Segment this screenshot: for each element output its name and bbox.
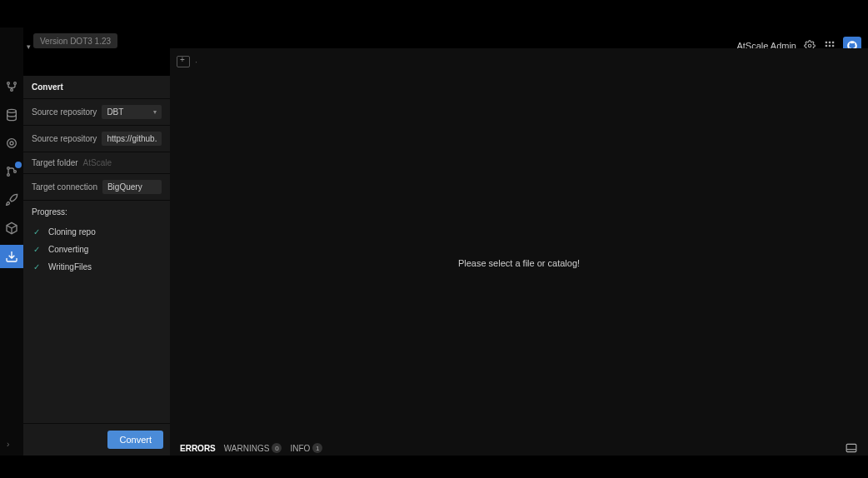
window-chrome-bottom	[0, 456, 868, 478]
source-repo-url-row: Source repository	[23, 126, 170, 152]
progress-item: ✓ WritingFiles	[32, 258, 162, 276]
warnings-tab[interactable]: WARNINGS 0	[224, 443, 282, 453]
svg-point-8	[14, 82, 17, 85]
chevron-down-icon: ▾	[153, 108, 157, 116]
empty-state: Please select a file or catalog!	[170, 70, 868, 456]
info-tab[interactable]: INFO 1	[290, 443, 322, 453]
target-folder-placeholder[interactable]: AtScale	[83, 158, 112, 167]
window-chrome-top	[0, 0, 868, 27]
nav-git-badge	[15, 162, 22, 168]
svg-rect-16	[846, 444, 856, 451]
panel-toggle-icon[interactable]	[845, 441, 858, 455]
nav-import-icon[interactable]	[0, 245, 23, 268]
new-tab-button[interactable]	[177, 56, 190, 67]
svg-point-13	[7, 174, 10, 177]
nav-git-icon[interactable]	[4, 164, 19, 179]
target-conn-row: Target connection	[23, 174, 170, 201]
nav-rocket-icon[interactable]	[4, 192, 19, 207]
sidebar-expand-icon[interactable]: ›	[7, 440, 9, 449]
panel-title: Convert	[23, 76, 170, 99]
nav-database-icon[interactable]	[4, 107, 19, 122]
warnings-label: WARNINGS	[224, 444, 270, 453]
main-container: › Convert Source repository DBT ▾ Source…	[0, 27, 868, 456]
source-repo-label: Source repository	[32, 107, 97, 117]
nav-cube-icon[interactable]	[4, 221, 19, 236]
target-conn-input[interactable]	[102, 180, 162, 194]
progress-label: WritingFiles	[48, 262, 92, 271]
progress-item: ✓ Converting	[32, 241, 162, 258]
status-bar: ERRORS WARNINGS 0 INFO 1	[170, 441, 868, 456]
progress-title: Progress:	[32, 207, 162, 217]
tab-dot: ·	[195, 57, 197, 67]
check-icon: ✓	[32, 245, 42, 254]
progress-item: ✓ Cloning repo	[32, 223, 162, 241]
svg-point-11	[7, 139, 17, 148]
source-repo-select[interactable]: DBT ▾	[102, 105, 162, 119]
target-folder-row: Target folder AtScale	[23, 152, 170, 174]
svg-point-9	[11, 89, 13, 92]
source-repo-value: DBT	[107, 107, 123, 117]
target-conn-label: Target connection	[32, 182, 97, 192]
svg-point-14	[7, 167, 10, 170]
nav-branch-icon[interactable]	[4, 79, 19, 94]
tab-row: ·	[170, 53, 868, 70]
svg-point-7	[7, 82, 10, 85]
convert-button[interactable]: Convert	[107, 431, 163, 449]
convert-panel: Convert Source repository DBT ▾ Source r…	[23, 76, 170, 456]
content-area: · Please select a file or catalog!	[170, 48, 868, 456]
target-folder-label: Target folder	[32, 158, 78, 167]
warnings-count: 0	[272, 443, 282, 453]
progress-section: Progress: ✓ Cloning repo ✓ Converting ✓ …	[23, 201, 170, 423]
check-icon: ✓	[32, 227, 42, 237]
info-count: 1	[312, 443, 322, 453]
svg-point-15	[14, 171, 17, 173]
panel-footer: Convert	[23, 423, 170, 456]
errors-tab[interactable]: ERRORS	[180, 444, 216, 453]
progress-label: Converting	[48, 245, 88, 254]
svg-point-12	[10, 142, 13, 145]
progress-label: Cloning repo	[48, 227, 96, 237]
source-repo-url-label: Source repository	[32, 134, 97, 143]
svg-point-10	[7, 109, 17, 112]
source-repo-row: Source repository DBT ▾	[23, 99, 170, 126]
check-icon: ✓	[32, 262, 42, 271]
info-label: INFO	[290, 444, 310, 453]
sidebar: ›	[0, 27, 23, 456]
source-repo-url-input[interactable]	[102, 132, 162, 146]
nav-target-icon[interactable]	[4, 136, 19, 151]
